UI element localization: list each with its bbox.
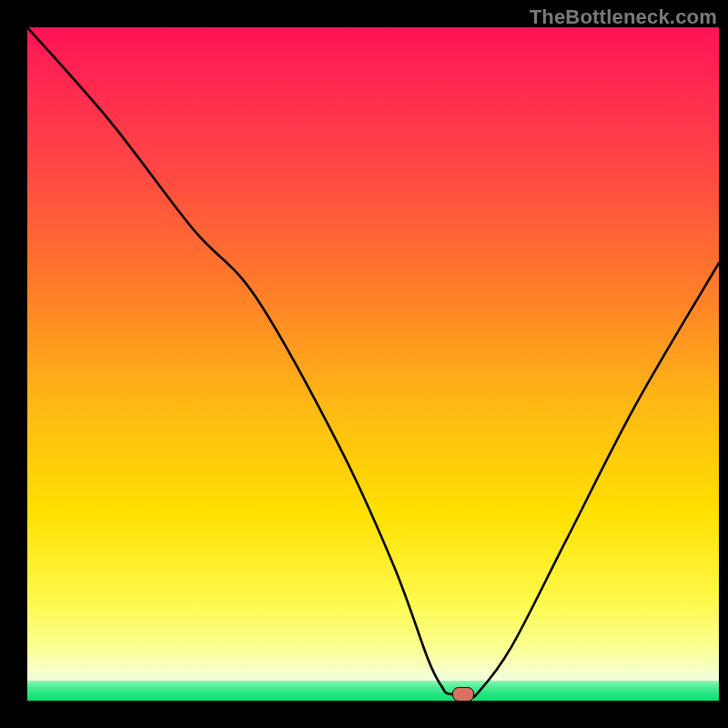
bottleneck-curve — [27, 27, 719, 701]
optimal-point-marker — [452, 687, 474, 701]
chart-frame: TheBottleneck.com — [0, 0, 728, 728]
watermark-label: TheBottleneck.com — [530, 5, 717, 29]
plot-area — [27, 27, 719, 701]
